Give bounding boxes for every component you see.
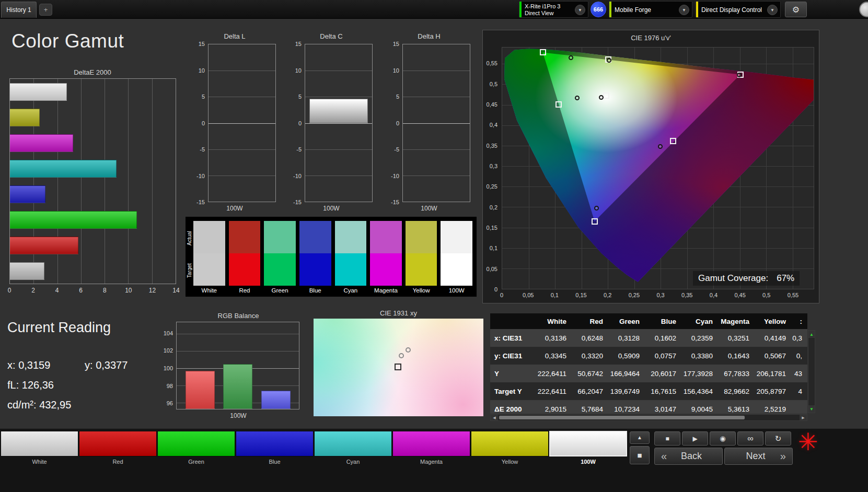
cell-value: 0,0757 — [645, 347, 681, 365]
corner-status-icon[interactable] — [859, 2, 868, 17]
cie-ytick: 0,1 — [490, 245, 497, 251]
meter-name: X-Rite i1Pro 3 — [525, 3, 560, 10]
cell-value: 205,8797 — [755, 382, 791, 400]
next-button[interactable]: Next » — [724, 448, 793, 465]
delta_c-bar — [309, 99, 368, 123]
pattern-window-badge[interactable]: 666 — [591, 2, 606, 17]
gridline — [305, 175, 372, 176]
ytick-label: 0 — [298, 120, 302, 126]
stop-button[interactable]: ■ — [654, 431, 680, 446]
measure-indicator-button[interactable]: ✳ — [794, 427, 821, 457]
ytick-label: 15 — [393, 41, 399, 47]
hscroll-thumb[interactable] — [499, 416, 745, 419]
cell-value: 2,9015 — [535, 400, 572, 414]
cell-value: 43 — [791, 365, 807, 382]
pattern-swatch-red[interactable]: Red — [79, 431, 157, 465]
cie-measure-green — [569, 55, 573, 60]
pattern-swatch-magenta[interactable]: Magenta — [392, 431, 470, 465]
cell-value: 0,2359 — [681, 329, 718, 347]
cie1931-plot — [314, 319, 483, 416]
pattern-window-button[interactable]: ■ — [630, 446, 650, 464]
ytick-label: 5 — [298, 93, 302, 100]
cie-ytick: 0 — [494, 286, 497, 292]
ytick-label: 0 — [396, 120, 399, 126]
cell-value: 50,6742 — [572, 365, 608, 382]
gridline — [209, 71, 275, 71]
pattern-color — [236, 431, 314, 456]
cell-value: 2,5219 — [755, 400, 791, 414]
ytick-label: -5 — [200, 146, 205, 153]
gridline — [209, 149, 275, 150]
gamut-coverage-label: Gamut Coverage: — [698, 273, 768, 283]
row-label: y: CIE31 — [490, 347, 535, 365]
table-vscrollbar[interactable]: ▲ ▼ — [808, 330, 815, 413]
x-label: x: — [7, 359, 16, 371]
pattern-swatch-yellow[interactable]: Yellow — [471, 431, 549, 465]
history-tab[interactable]: History 1 — [1, 2, 37, 18]
settings-button[interactable]: ⚙ — [785, 2, 807, 17]
pattern-swatch-100w[interactable]: 100W — [549, 431, 627, 465]
swatch-actual-cyan — [335, 221, 367, 253]
delta-l-plot — [208, 44, 276, 202]
scroll-up-button[interactable]: ▲ — [808, 331, 815, 338]
rgb-bars — [177, 322, 299, 409]
table-hscrollbar[interactable]: ◀ ▶ — [490, 414, 807, 421]
pattern-swatch-cyan[interactable]: Cyan — [314, 431, 392, 465]
cie-xtick: 0,25 — [629, 292, 640, 298]
swatch-target-white — [193, 253, 225, 286]
loop-button[interactable]: ↻ — [765, 431, 791, 446]
cell-value: 0,3128 — [608, 329, 645, 347]
delta-l-yaxis: 151050-5-10-15 — [192, 44, 207, 202]
chevron-right-icon: » — [780, 450, 786, 462]
cie-ytick: 0,25 — [487, 183, 497, 190]
pattern-swatch-white[interactable]: White — [1, 431, 78, 465]
swatch-column-blue: Blue — [299, 221, 331, 295]
pattern-label: Red — [79, 459, 157, 465]
scroll-down-button[interactable]: ▼ — [808, 405, 815, 413]
triangle-left-icon: ◀ — [493, 416, 495, 420]
row-label: ΔE 2000 — [490, 400, 535, 414]
gridline — [305, 97, 372, 97]
cell-value: 5,7684 — [572, 400, 608, 414]
reading-cd-line: cd/m²: 432,95 — [7, 399, 71, 411]
swatch-column-white: White — [193, 221, 225, 295]
cell-value — [791, 400, 807, 414]
collapse-button[interactable]: ▲ — [630, 431, 650, 444]
display-control-dropdown[interactable]: Direct Display Control ▼ — [696, 1, 781, 18]
cell-value: 82,9662 — [718, 382, 755, 400]
swatch-column-red: Red — [229, 221, 261, 295]
cell-value: 0,3251 — [718, 329, 755, 347]
cie-measure-white — [599, 95, 604, 100]
cie-ytick: 0,15 — [487, 225, 497, 231]
ytick-label: 96 — [167, 400, 173, 406]
cell-value: 9,0045 — [681, 400, 718, 414]
back-button[interactable]: « Back — [654, 448, 723, 465]
table-header-cell — [490, 313, 535, 329]
cie-ytick: 0,35 — [487, 143, 497, 149]
add-tab-button[interactable]: + — [39, 4, 52, 16]
ytick-label: 98 — [167, 383, 173, 389]
continuous-measure-button[interactable]: ∞ — [737, 431, 763, 446]
play-button[interactable]: ▶ — [682, 431, 708, 446]
deltae-xtick: 8 — [103, 287, 107, 294]
deltae-xtick: 4 — [55, 287, 59, 294]
pattern-label: 100W — [549, 459, 627, 465]
cie-target-white — [603, 92, 609, 99]
scroll-left-button[interactable]: ◀ — [491, 415, 498, 420]
source-dropdown[interactable]: Mobile Forge ▼ — [609, 1, 692, 18]
pattern-swatch-blue[interactable]: Blue — [236, 431, 314, 465]
scroll-right-button[interactable]: ▶ — [800, 415, 807, 420]
deltae-xtick: 2 — [31, 287, 35, 294]
cie-xtick: 0,2 — [604, 292, 611, 298]
swatch-column-yellow: Yellow — [406, 221, 437, 295]
bar-slot — [10, 207, 176, 232]
table-header-cell: Yellow — [755, 313, 791, 329]
rgb-balance-chart: RGB Balance 1041021009896 100W — [163, 312, 300, 424]
swatch-actual-yellow — [406, 221, 437, 253]
row-label: Y — [490, 365, 535, 382]
reading-fl-line: fL: 126,36 — [7, 379, 54, 391]
pattern-swatch-green[interactable]: Green — [157, 431, 235, 465]
delta-c-xlabel: 100W — [289, 205, 374, 212]
meter-dropdown[interactable]: X-Rite i1Pro 3 Direct View ▼ — [519, 1, 588, 18]
record-button[interactable]: ◉ — [710, 431, 736, 446]
